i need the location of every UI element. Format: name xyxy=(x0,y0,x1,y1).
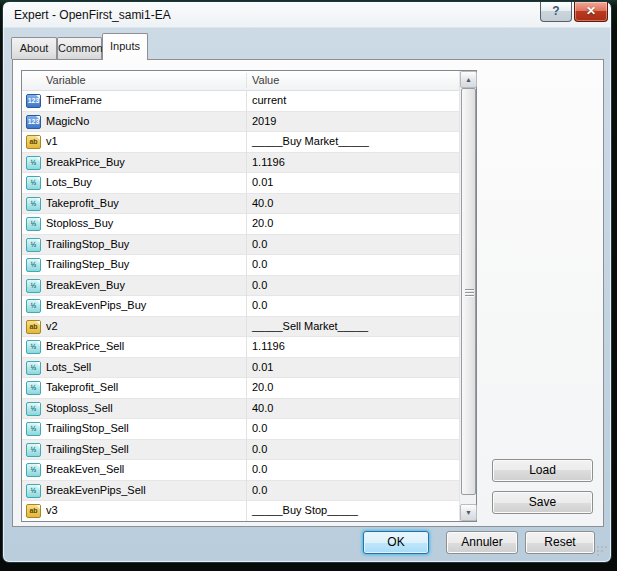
row-column-divider xyxy=(246,173,247,194)
param-value[interactable]: 0.0 xyxy=(252,422,267,434)
param-name: BreakPrice_Sell xyxy=(46,340,124,352)
param-value[interactable]: _____Buy Market_____ xyxy=(252,135,369,147)
param-value[interactable]: 0.0 xyxy=(252,463,267,475)
tab-common-label: Common xyxy=(58,42,103,54)
param-value[interactable]: 0.0 xyxy=(252,443,267,455)
param-name: Stoploss_Buy xyxy=(46,217,113,229)
double-type-icon: ½ xyxy=(26,156,41,170)
table-row[interactable]: ½ Stoploss_Buy 20.0 xyxy=(22,214,459,235)
param-value[interactable]: 20.0 xyxy=(252,217,273,229)
column-header-variable: Variable xyxy=(46,71,86,90)
param-value[interactable]: 2019 xyxy=(252,115,276,127)
param-value[interactable]: 20.0 xyxy=(252,381,273,393)
table-row[interactable]: ½ Takeprofit_Buy 40.0 xyxy=(22,194,459,215)
param-name: v3 xyxy=(46,504,58,516)
row-column-divider xyxy=(246,378,247,399)
double-type-icon: ½ xyxy=(26,381,41,395)
table-row[interactable]: ½ Stoploss_Sell 40.0 xyxy=(22,399,459,420)
param-name: BreakPrice_Buy xyxy=(46,156,125,168)
save-button[interactable]: Save xyxy=(492,491,593,514)
double-type-icon: ½ xyxy=(26,340,41,354)
table-row[interactable]: 123 TimeFrame current xyxy=(22,91,459,112)
param-value[interactable]: 40.0 xyxy=(252,197,273,209)
param-value[interactable]: 0.0 xyxy=(252,258,267,270)
tab-inputs-label: Inputs xyxy=(110,40,140,52)
help-icon: ? xyxy=(552,4,559,18)
param-value[interactable]: 40.0 xyxy=(252,402,273,414)
table-row[interactable]: ½ TrailingStep_Sell 0.0 xyxy=(22,440,459,461)
table-row[interactable]: ½ Lots_Buy 0.01 xyxy=(22,173,459,194)
window-title: Expert - OpenFirst_sami1-EA xyxy=(14,8,171,22)
param-value[interactable]: 0.01 xyxy=(252,361,273,373)
param-value[interactable]: 0.0 xyxy=(252,279,267,291)
table-row[interactable]: ½ Lots_Sell 0.01 xyxy=(22,358,459,379)
param-value[interactable]: 0.01 xyxy=(252,176,273,188)
row-column-divider xyxy=(246,132,247,153)
row-column-divider xyxy=(246,112,247,133)
row-column-divider xyxy=(246,419,247,440)
cancel-button[interactable]: Annuler xyxy=(446,531,518,554)
param-value[interactable]: 1.1196 xyxy=(252,156,285,168)
resize-grip[interactable] xyxy=(597,546,599,548)
param-name: TrailingStep_Buy xyxy=(46,258,129,270)
reset-button[interactable]: Reset xyxy=(525,531,595,554)
tab-about[interactable]: About xyxy=(11,37,57,59)
double-type-icon: ½ xyxy=(26,279,41,293)
double-type-icon: ½ xyxy=(26,217,41,231)
param-name: TimeFrame xyxy=(46,94,102,106)
row-column-divider xyxy=(246,91,247,112)
table-row[interactable]: ab v1 _____Buy Market_____ xyxy=(22,132,459,153)
table-row[interactable]: ½ TrailingStep_Buy 0.0 xyxy=(22,255,459,276)
tab-inputs[interactable]: Inputs xyxy=(102,33,148,60)
scrollbar-thumb[interactable] xyxy=(461,88,476,495)
table-row[interactable]: ½ TrailingStop_Sell 0.0 xyxy=(22,419,459,440)
param-name: MagicNo xyxy=(46,115,89,127)
title-bar[interactable]: Expert - OpenFirst_sami1-EA xyxy=(3,2,611,29)
table-row[interactable]: ½ BreakPrice_Sell 1.1196 xyxy=(22,337,459,358)
param-value[interactable]: _____Buy Stop_____ xyxy=(252,504,358,516)
help-button[interactable]: ? xyxy=(540,2,572,22)
double-type-icon: ½ xyxy=(26,361,41,375)
scroll-down-button[interactable]: ▼ xyxy=(460,504,477,521)
close-button[interactable]: ✕ xyxy=(574,2,608,22)
table-row[interactable]: ½ BreakEvenPips_Sell 0.0 xyxy=(22,481,459,502)
table-row[interactable]: ab v2 _____Sell Market_____ xyxy=(22,317,459,338)
column-header-value: Value xyxy=(252,71,279,90)
table-row[interactable]: ½ BreakEvenPips_Buy 0.0 xyxy=(22,296,459,317)
param-name: TrailingStop_Buy xyxy=(46,238,129,250)
double-type-icon: ½ xyxy=(26,443,41,457)
table-row[interactable]: ½ TrailingStop_Buy 0.0 xyxy=(22,235,459,256)
double-type-icon: ½ xyxy=(26,258,41,272)
double-type-icon: ½ xyxy=(26,238,41,252)
param-value[interactable]: 0.0 xyxy=(252,299,267,311)
tab-common[interactable]: Common xyxy=(57,37,102,59)
param-value[interactable]: 0.0 xyxy=(252,484,267,496)
double-type-icon: ½ xyxy=(26,484,41,498)
table-row[interactable]: ab v3 _____Buy Stop_____ xyxy=(22,501,459,521)
param-name: BreakEvenPips_Buy xyxy=(46,299,146,311)
table-row[interactable]: ½ BreakPrice_Buy 1.1196 xyxy=(22,153,459,174)
param-value[interactable]: current xyxy=(252,94,286,106)
table-row[interactable]: 123 MagicNo 2019 xyxy=(22,112,459,133)
table-row[interactable]: ½ BreakEven_Buy 0.0 xyxy=(22,276,459,297)
param-name: BreakEven_Sell xyxy=(46,463,124,475)
double-type-icon: ½ xyxy=(26,402,41,416)
param-value[interactable]: 1.1196 xyxy=(252,340,285,352)
row-column-divider xyxy=(246,214,247,235)
vertical-scrollbar[interactable]: ▲ ▼ xyxy=(459,71,476,521)
tab-about-label: About xyxy=(20,42,49,54)
scroll-up-button[interactable]: ▲ xyxy=(460,71,477,88)
param-name: BreakEven_Buy xyxy=(46,279,125,291)
table-row[interactable]: ½ Takeprofit_Sell 20.0 xyxy=(22,378,459,399)
param-name: Lots_Buy xyxy=(46,176,92,188)
double-type-icon: ½ xyxy=(26,299,41,313)
row-column-divider xyxy=(246,296,247,317)
double-type-icon: ½ xyxy=(26,197,41,211)
table-row[interactable]: ½ BreakEven_Sell 0.0 xyxy=(22,460,459,481)
param-value[interactable]: 0.0 xyxy=(252,238,267,250)
ok-button[interactable]: OK xyxy=(363,531,429,554)
load-button[interactable]: Load xyxy=(492,459,593,482)
row-column-divider xyxy=(246,194,247,215)
param-value[interactable]: _____Sell Market_____ xyxy=(252,320,368,332)
table-header: Variable Value xyxy=(22,71,459,91)
